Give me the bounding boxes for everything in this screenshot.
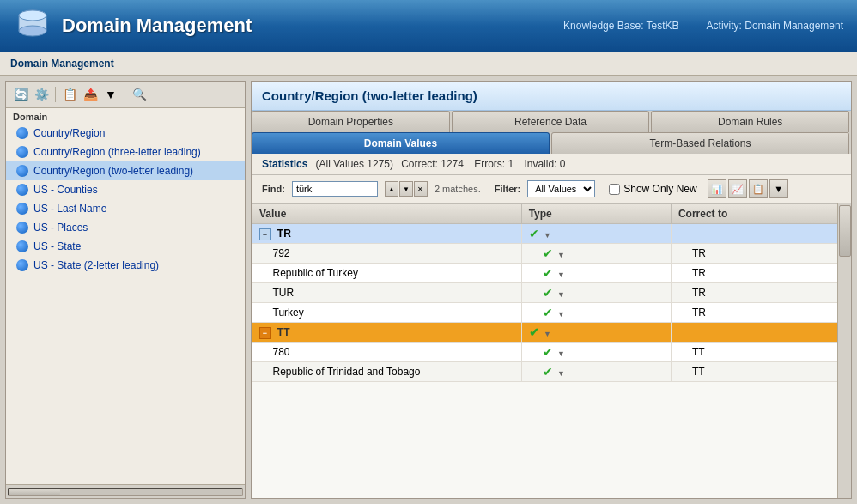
group-tr-label: TR [277, 228, 291, 240]
table-row[interactable]: Republic of Trinidad and Tobago ✔ ▼ TT [252, 362, 851, 382]
domain-icon [16, 203, 28, 215]
cell-correct-to: TR [671, 283, 850, 303]
refresh-button[interactable]: 🔄 [11, 85, 30, 104]
cell-type: ✔ ▼ [521, 283, 671, 303]
domain-item-us-state-2letter[interactable]: US - State (2-letter leading) [6, 256, 245, 275]
domain-item-us-places[interactable]: US - Places [6, 218, 245, 237]
table-header-row: Value Type Correct to [252, 204, 851, 224]
app-header: Domain Management Knowledge Base: TestKB… [0, 0, 857, 52]
check-icon: ✔ [543, 246, 553, 260]
dropdown-arrow-icon[interactable]: ▼ [544, 330, 551, 338]
copy-button[interactable]: 📋 [60, 85, 79, 104]
domain-item-three-letter[interactable]: Country/Region (three-letter leading) [6, 143, 245, 161]
find-clear-button[interactable]: ✕ [414, 181, 428, 197]
show-only-new-label: Show Only New [623, 183, 696, 195]
filter-label: Filter: [495, 184, 521, 194]
toolbar-separator [55, 87, 56, 102]
tab-domain-properties[interactable]: Domain Properties [252, 111, 450, 132]
horizontal-scrollbar[interactable] [6, 484, 245, 498]
action-btn-3[interactable]: 📋 [749, 179, 768, 198]
dropdown-arrow-icon[interactable]: ▼ [557, 290, 565, 299]
filter-select[interactable]: All Values Correct Errors Invalid [527, 180, 595, 197]
cell-correct-to: TT [671, 362, 850, 382]
help-button[interactable]: 🔍 [130, 85, 149, 104]
find-filter-bar: Find: ▲ ▼ ✕ 2 matches. Filter: All Value… [252, 175, 851, 203]
dropdown-arrow-icon[interactable]: ▼ [557, 251, 565, 259]
domain-item-two-letter[interactable]: Country/Region (two-letter leading) [6, 161, 245, 180]
activity-label: Activity: Domain Management [707, 20, 843, 32]
table-row[interactable]: Turkey ✔ ▼ TR [252, 303, 851, 323]
domain-item-label: Country/Region [33, 127, 105, 139]
main-content: 🔄 ⚙️ 📋 📤 ▼ 🔍 Domain Country/Region Count… [0, 76, 857, 504]
stats-errors: Errors: 1 [474, 158, 514, 170]
cell-type: ✔ ▼ [521, 303, 671, 323]
left-toolbar: 🔄 ⚙️ 📋 📤 ▼ 🔍 [6, 82, 245, 108]
scrollbar-track[interactable] [8, 488, 243, 496]
settings-button[interactable]: ⚙️ [32, 85, 51, 104]
export-button[interactable]: 📤 [81, 85, 100, 104]
action-btn-dropdown[interactable]: ▼ [769, 179, 788, 198]
find-input[interactable] [292, 181, 378, 197]
domain-icon [16, 184, 28, 196]
dropdown-arrow-icon[interactable]: ▼ [557, 349, 565, 358]
domain-item-label: US - Places [33, 222, 88, 234]
group-row-tt[interactable]: − TT ✔ ▼ [252, 323, 851, 343]
group-tr-value: − TR [252, 224, 522, 244]
action-btn-2[interactable]: 📈 [728, 179, 747, 198]
check-icon: ✔ [529, 227, 539, 240]
data-table: Value Type Correct to − TR ✔ ▼ [252, 203, 851, 382]
table-row[interactable]: 780 ✔ ▼ TT [252, 343, 851, 362]
domain-item-us-state[interactable]: US - State [6, 237, 245, 256]
table-row[interactable]: 792 ✔ ▼ TR [252, 244, 851, 264]
domain-icon [16, 146, 28, 158]
dropdown-arrow-icon[interactable]: ▼ [544, 231, 551, 240]
find-matches: 2 matches. [435, 184, 481, 194]
domain-item-country-region[interactable]: Country/Region [6, 124, 245, 143]
svg-point-4 [19, 10, 46, 21]
stats-all-values: (All Values 1275) [316, 158, 394, 170]
check-icon: ✔ [543, 345, 553, 359]
more-button[interactable]: ▼ [101, 85, 120, 104]
action-buttons: 📊 📈 📋 ▼ [708, 179, 788, 198]
tab-domain-rules[interactable]: Domain Rules [651, 111, 849, 132]
stats-correct: Correct: 1274 [401, 158, 464, 170]
show-only-new-check[interactable]: Show Only New [609, 183, 696, 195]
cell-value: 792 [252, 244, 522, 264]
page-title: Domain Management [10, 58, 114, 70]
table-row[interactable]: TUR ✔ ▼ TR [252, 283, 851, 303]
find-down-button[interactable]: ▼ [399, 181, 413, 197]
dropdown-arrow-icon[interactable]: ▼ [557, 310, 565, 319]
vertical-scrollbar[interactable] [837, 203, 851, 498]
tab-domain-values[interactable]: Domain Values [252, 132, 550, 154]
tab-term-based-relations[interactable]: Term-Based Relations [551, 132, 849, 154]
group-tt-label: TT [277, 326, 290, 338]
svg-point-3 [19, 26, 46, 36]
check-icon: ✔ [543, 306, 553, 319]
col-header-value: Value [252, 204, 522, 224]
stats-title: Statistics [262, 158, 307, 170]
domain-item-label: US - State (2-letter leading) [33, 259, 159, 271]
domain-item-us-last-name[interactable]: US - Last Name [6, 199, 245, 218]
group-row-tr[interactable]: − TR ✔ ▼ [252, 224, 851, 244]
domain-item-us-counties[interactable]: US - Counties [6, 180, 245, 199]
tabs-row1: Domain Properties Reference Data Domain … [252, 111, 851, 132]
tab-reference-data[interactable]: Reference Data [452, 111, 650, 132]
group-tr-type: ✔ ▼ [521, 224, 671, 244]
group-collapse-tt[interactable]: − [259, 327, 271, 339]
show-only-new-checkbox[interactable] [609, 184, 620, 195]
vertical-scrollbar-thumb[interactable] [839, 205, 851, 257]
dropdown-arrow-icon[interactable]: ▼ [557, 270, 565, 279]
table-row[interactable]: Republic of Turkey ✔ ▼ TR [252, 264, 851, 283]
stats-invalid: Invalid: 0 [524, 158, 565, 170]
group-collapse-tr[interactable]: − [259, 228, 271, 240]
group-tr-correct [671, 224, 850, 244]
domain-icon [16, 127, 28, 139]
cell-type: ✔ ▼ [521, 244, 671, 264]
data-table-container: Value Type Correct to − TR ✔ ▼ [252, 203, 851, 498]
scrollbar-thumb[interactable] [9, 489, 60, 495]
dropdown-arrow-icon[interactable]: ▼ [557, 369, 565, 378]
find-up-button[interactable]: ▲ [385, 181, 398, 197]
find-label: Find: [262, 184, 285, 194]
domain-item-label: US - State [33, 240, 81, 252]
action-btn-1[interactable]: 📊 [708, 179, 726, 198]
